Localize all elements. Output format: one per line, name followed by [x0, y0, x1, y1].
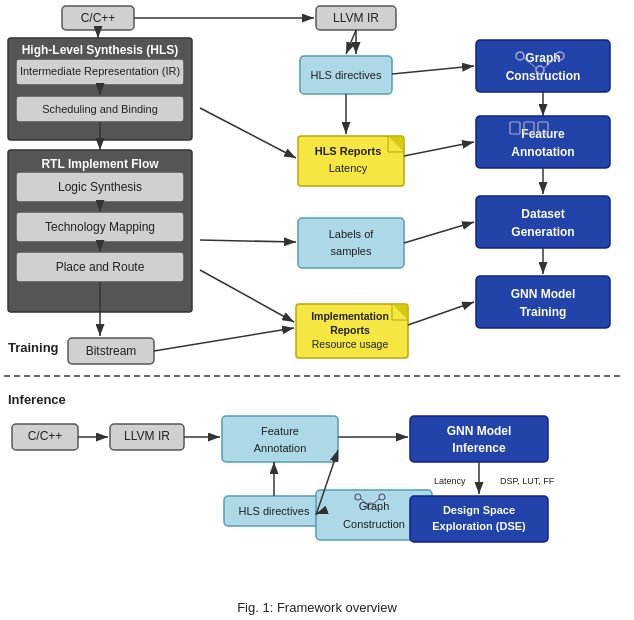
- arrow-rtl-implrep: [200, 270, 294, 322]
- feat-annot-bottom-box: [222, 416, 338, 462]
- impl-reports-label3: Resource usage: [312, 338, 389, 350]
- graph-construction-top-box: [476, 40, 610, 92]
- arrow-labels-dataset: [404, 222, 474, 243]
- place-route-label: Place and Route: [56, 260, 145, 274]
- graph-construct-bottom-label2: Construction: [343, 518, 405, 530]
- hls-dir-bottom-label: HLS directives: [239, 505, 310, 517]
- gnn-inference-label1: GNN Model: [447, 424, 512, 438]
- inference-label: Inference: [8, 392, 66, 407]
- dataset-gen-label2: Generation: [511, 225, 574, 239]
- feature-annotation-label2: Annotation: [511, 145, 574, 159]
- arrow-hls-hlsrep: [200, 108, 296, 158]
- logic-syn-label: Logic Synthesis: [58, 180, 142, 194]
- arrow-bitstream-right: [154, 328, 294, 351]
- graph-construction-top-label2: Construction: [506, 69, 581, 83]
- dse-label2: Exploration (DSE): [432, 520, 526, 532]
- arrow-hlsdir-graphcon: [392, 66, 474, 74]
- cpp-bottom-label: C/C++: [28, 429, 63, 443]
- dataset-gen-label1: Dataset: [521, 207, 564, 221]
- bitstream-label: Bitstream: [86, 344, 137, 358]
- fig-caption: Fig. 1: Framework overview: [237, 600, 397, 615]
- dse-box: [410, 496, 548, 542]
- dsp-lut-ff-label: DSP, LUT, FF: [500, 476, 555, 486]
- dataset-gen-box: [476, 196, 610, 248]
- hls-directives-label: HLS directives: [311, 69, 382, 81]
- cpp-top-label: C/C++: [81, 11, 116, 25]
- ir-label: Intermediate Representation (IR): [20, 65, 180, 77]
- feat-annot-bottom-label2: Annotation: [254, 442, 307, 454]
- arrow-rtl-labels: [200, 240, 296, 242]
- arrow-hlsrep-feat: [404, 142, 474, 156]
- labels-samples-label2: samples: [331, 245, 372, 257]
- arrow-llvm-hlsdir: [346, 30, 356, 54]
- llvm-top-label: LLVM IR: [333, 11, 379, 25]
- hls-reports-label2: Latency: [329, 162, 368, 174]
- graph-construct-bottom-label1: Graph: [359, 500, 390, 512]
- hls-section-title: High-Level Synthesis (HLS): [22, 43, 179, 57]
- hls-reports-label1: HLS Reports: [315, 145, 382, 157]
- gnn-inference-box: [410, 416, 548, 462]
- gnn-training-label2: Training: [520, 305, 567, 319]
- diagram: C/C++ LLVM IR High-Level Synthesis (HLS)…: [0, 0, 634, 620]
- training-label: Training: [8, 340, 59, 355]
- gnn-inference-label2: Inference: [452, 441, 506, 455]
- impl-reports-label1: Implementation: [311, 310, 389, 322]
- dse-label1: Design Space: [443, 504, 515, 516]
- tech-map-label: Technology Mapping: [45, 220, 155, 234]
- feature-annotation-box: [476, 116, 610, 168]
- labels-samples-box: [298, 218, 404, 268]
- arrow-implrep-gnntrain: [408, 302, 474, 325]
- sched-label: Scheduling and Binding: [42, 103, 158, 115]
- feat-annot-bottom-label1: Feature: [261, 425, 299, 437]
- impl-reports-label2: Reports: [330, 324, 370, 336]
- llvm-bottom-label: LLVM IR: [124, 429, 170, 443]
- rtl-section-title: RTL Implement Flow: [41, 157, 159, 171]
- latency-label: Latency: [434, 476, 466, 486]
- gnn-training-label1: GNN Model: [511, 287, 576, 301]
- gnn-training-box: [476, 276, 610, 328]
- labels-samples-label1: Labels of: [329, 228, 375, 240]
